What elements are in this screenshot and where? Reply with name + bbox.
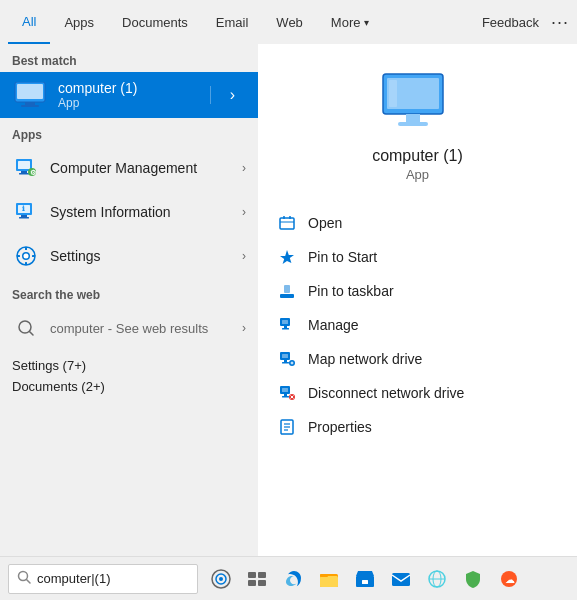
pin-start-label: Pin to Start: [308, 249, 377, 265]
context-properties[interactable]: Properties: [258, 410, 577, 444]
svg-rect-39: [282, 362, 289, 364]
svg-rect-60: [320, 576, 338, 587]
context-menu: Open Pin to Start Pin: [258, 198, 577, 452]
edge-icon[interactable]: [278, 564, 308, 594]
right-panel: computer (1) App Open: [258, 44, 577, 556]
list-item-computer-management[interactable]: ⚙ Computer Management ›: [0, 146, 258, 190]
task-view-icon[interactable]: [242, 564, 272, 594]
antivirus-icon[interactable]: [458, 564, 488, 594]
settings-icon: [12, 242, 40, 270]
computer-management-icon: ⚙: [12, 154, 40, 182]
map-network-label: Map network drive: [308, 351, 422, 367]
tab-documents[interactable]: Documents: [108, 0, 202, 44]
open-label: Open: [308, 215, 342, 231]
store-icon[interactable]: [350, 564, 380, 594]
svg-rect-12: [21, 215, 27, 217]
best-match-type: App: [58, 96, 210, 110]
tab-more[interactable]: More ▾: [317, 0, 384, 44]
settings-count-label: Settings (7+): [0, 350, 258, 375]
svg-rect-29: [280, 218, 294, 229]
chevron-right-icon: ›: [242, 161, 246, 175]
svg-rect-7: [19, 173, 29, 175]
svg-text:ℹ: ℹ: [22, 205, 25, 212]
more-options-button[interactable]: ···: [551, 12, 569, 33]
svg-rect-6: [21, 171, 27, 173]
documents-count-label: Documents (2+): [0, 375, 258, 402]
web-section-label: Search the web: [0, 278, 258, 306]
context-disconnect-network[interactable]: Disconnect network drive: [258, 376, 577, 410]
properties-icon: [278, 418, 296, 436]
svg-rect-21: [32, 255, 35, 257]
context-pin-taskbar[interactable]: Pin to taskbar: [258, 274, 577, 308]
left-panel: Best match computer (1) App › Apps: [0, 44, 258, 556]
taskbar-icons: ☁: [206, 564, 569, 594]
nav-tabs: All Apps Documents Email Web More ▾: [8, 0, 482, 44]
svg-line-51: [27, 580, 31, 584]
context-map-network[interactable]: Map network drive: [258, 342, 577, 376]
computer-icon-svg: [13, 82, 47, 108]
nav-right: Feedback ···: [482, 12, 569, 33]
svg-rect-13: [19, 217, 29, 219]
computer-large-svg: [378, 72, 458, 132]
open-icon: [278, 214, 296, 232]
svg-rect-43: [284, 394, 287, 396]
tab-web[interactable]: Web: [262, 0, 317, 44]
svg-rect-44: [282, 396, 289, 398]
context-manage[interactable]: Manage: [258, 308, 577, 342]
svg-rect-3: [21, 105, 39, 107]
tab-all[interactable]: All: [8, 0, 50, 44]
best-match-item[interactable]: computer (1) App ›: [0, 72, 258, 118]
svg-text:⚙: ⚙: [30, 169, 36, 176]
pin-taskbar-label: Pin to taskbar: [308, 283, 394, 299]
cortana-icon[interactable]: [206, 564, 236, 594]
right-subtitle: App: [406, 167, 429, 182]
extra-icon[interactable]: ☁: [494, 564, 524, 594]
web-search-item[interactable]: computer - See web results ›: [0, 306, 258, 350]
right-title: computer (1): [372, 147, 463, 165]
svg-rect-20: [17, 255, 20, 257]
svg-rect-57: [248, 580, 256, 586]
manage-label: Manage: [308, 317, 359, 333]
svg-rect-1: [17, 84, 43, 99]
svg-rect-33: [282, 320, 288, 324]
svg-rect-58: [258, 580, 266, 586]
svg-line-23: [30, 332, 34, 336]
tab-apps[interactable]: Apps: [50, 0, 108, 44]
svg-rect-63: [362, 580, 368, 584]
web-chevron-right-icon: ›: [242, 321, 246, 335]
svg-rect-56: [258, 572, 266, 578]
svg-text:☁: ☁: [505, 574, 515, 585]
properties-label: Properties: [308, 419, 372, 435]
chevron-right-icon-3: ›: [242, 249, 246, 263]
search-input[interactable]: [37, 571, 189, 586]
svg-rect-64: [392, 573, 410, 586]
apps-section-label: Apps: [0, 118, 258, 146]
disconnect-network-icon: [278, 384, 296, 402]
pin-taskbar-icon: [278, 282, 296, 300]
best-match-arrow-button[interactable]: ›: [210, 86, 246, 104]
search-box[interactable]: [8, 564, 198, 594]
file-explorer-icon[interactable]: [314, 564, 344, 594]
pin-start-icon: [278, 248, 296, 266]
list-item-settings[interactable]: Settings ›: [0, 234, 258, 278]
web-search-text: computer - See web results: [50, 320, 208, 336]
context-open[interactable]: Open: [258, 206, 577, 240]
network-icon[interactable]: [422, 564, 452, 594]
svg-rect-31: [284, 285, 290, 293]
best-match-name: computer (1): [58, 80, 210, 96]
feedback-button[interactable]: Feedback: [482, 15, 539, 30]
main-content: Best match computer (1) App › Apps: [0, 44, 577, 556]
chevron-down-icon: ▾: [364, 17, 369, 28]
right-header: computer (1) App: [258, 44, 577, 198]
mail-icon[interactable]: [386, 564, 416, 594]
tab-email[interactable]: Email: [202, 0, 263, 44]
taskbar: ☁: [0, 556, 577, 600]
svg-rect-18: [25, 247, 27, 250]
list-item-system-information[interactable]: ℹ System Information ›: [0, 190, 258, 234]
svg-rect-34: [284, 326, 287, 328]
search-web-icon: [12, 314, 40, 342]
settings-label: Settings: [50, 248, 242, 264]
svg-rect-37: [282, 354, 288, 358]
context-pin-start[interactable]: Pin to Start: [258, 240, 577, 274]
system-information-label: System Information: [50, 204, 242, 220]
